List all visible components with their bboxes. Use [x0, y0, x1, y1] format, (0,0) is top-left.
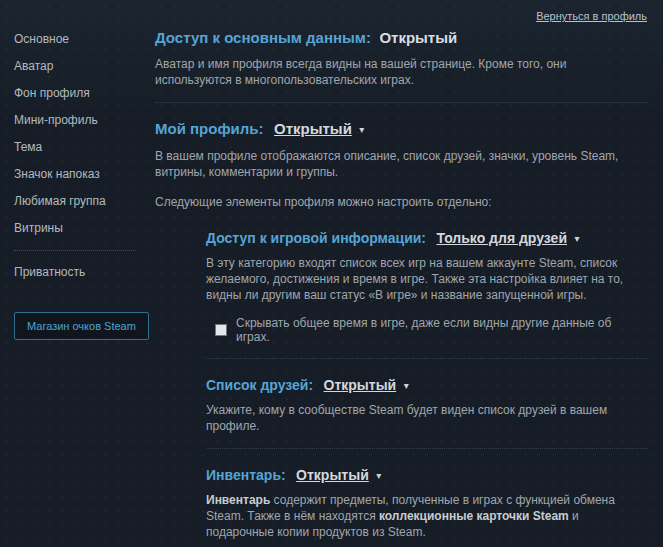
basic-access-value: Открытый: [379, 29, 457, 46]
caret-down-icon: ▾: [574, 233, 579, 244]
hide-playtime-checkbox[interactable]: [215, 324, 227, 336]
game-info-description: В эту категорию входят список всех игр н…: [206, 255, 647, 303]
inventory-visibility-dropdown[interactable]: Открытый ▾: [296, 466, 381, 483]
section-divider: [206, 448, 647, 449]
basic-access-label: Доступ к основным данным:: [155, 29, 371, 46]
my-profile-visibility-value: Открытый: [274, 120, 352, 137]
basic-access-description: Аватар и имя профиля всегда видны на ваш…: [155, 56, 625, 88]
sidebar-item-avatar[interactable]: Аватар: [14, 53, 150, 80]
my-profile-visibility-dropdown[interactable]: Открытый ▾: [274, 120, 364, 137]
game-info-label: Доступ к игровой информации:: [206, 230, 426, 246]
hide-playtime-row: Скрывать общее время в игре, даже если в…: [215, 316, 647, 344]
sidebar-item-miniprofile[interactable]: Мини-профиль: [14, 107, 150, 134]
sidebar-item-featured-badge[interactable]: Значок напоказ: [14, 161, 150, 188]
section-divider: [155, 102, 647, 103]
basic-access-header: Доступ к основным данным: Открытый: [155, 28, 647, 48]
sidebar: Основное Аватар Фон профиля Мини-профиль…: [0, 0, 150, 547]
privacy-settings-page: Основное Аватар Фон профиля Мини-профиль…: [0, 0, 663, 547]
game-info-header: Доступ к игровой информации: Только для …: [206, 228, 647, 249]
caret-down-icon: ▾: [376, 470, 381, 481]
caret-down-icon: ▾: [359, 124, 364, 135]
caret-down-icon: ▾: [404, 380, 409, 391]
friends-list-header: Список друзей: Открытый ▾: [206, 375, 647, 396]
friends-list-visibility-value: Открытый: [324, 377, 397, 393]
sidebar-item-theme[interactable]: Тема: [14, 134, 150, 161]
my-profile-label: Мой профиль:: [155, 120, 264, 137]
sidebar-item-favorite-group[interactable]: Любимая группа: [14, 188, 150, 215]
section-divider: [206, 358, 647, 359]
section-basic-access: Доступ к основным данным: Открытый Авата…: [155, 28, 647, 88]
sidebar-divider: [14, 250, 136, 251]
profile-subsections: Доступ к игровой информации: Только для …: [206, 228, 647, 547]
sidebar-item-main[interactable]: Основное: [14, 26, 150, 53]
my-profile-header: Мой профиль: Открытый ▾: [155, 119, 647, 140]
section-inventory: Инвентарь: Открытый ▾ Инвентарь содержит…: [206, 465, 647, 547]
game-info-visibility-value: Только для друзей: [436, 230, 567, 246]
my-profile-note: Следующие элементы профиля можно настрои…: [155, 194, 625, 210]
inventory-visibility-value: Открытый: [296, 467, 369, 483]
return-link-row: Вернуться в профиль: [155, 6, 647, 24]
sidebar-item-profile-background[interactable]: Фон профиля: [14, 80, 150, 107]
inventory-label: Инвентарь:: [206, 467, 286, 483]
game-info-visibility-dropdown[interactable]: Только для друзей ▾: [436, 229, 579, 246]
friends-list-description: Укажите, кому в сообществе Steam будет в…: [206, 402, 647, 434]
privacy-settings-content: Вернуться в профиль Доступ к основным да…: [150, 0, 663, 547]
return-to-profile-link[interactable]: Вернуться в профиль: [536, 10, 647, 22]
friends-list-visibility-dropdown[interactable]: Открытый ▾: [324, 376, 409, 393]
section-friends-list: Список друзей: Открытый ▾ Укажите, кому …: [206, 375, 647, 434]
points-shop-button[interactable]: Магазин очков Steam: [14, 312, 149, 340]
friends-list-label: Список друзей:: [206, 377, 313, 393]
inventory-description: Инвентарь содержит предметы, полученные …: [206, 492, 647, 540]
my-profile-description: В вашем профиле отображаются описание, с…: [155, 148, 625, 180]
section-my-profile: Мой профиль: Открытый ▾ В вашем профиле …: [155, 119, 647, 210]
section-game-info: Доступ к игровой информации: Только для …: [206, 228, 647, 344]
inventory-header: Инвентарь: Открытый ▾: [206, 465, 647, 486]
sidebar-item-showcases[interactable]: Витрины: [14, 215, 150, 242]
hide-playtime-label: Скрывать общее время в игре, даже если в…: [236, 316, 647, 344]
sidebar-item-privacy[interactable]: Приватность: [14, 259, 150, 286]
